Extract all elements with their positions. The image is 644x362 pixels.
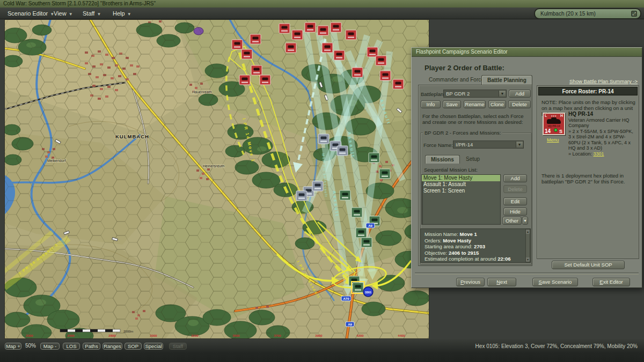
- scroll-down-icon[interactable]: ▼: [526, 257, 530, 262]
- mission-list-item[interactable]: Assault 1: Assault: [422, 181, 500, 188]
- battleplan-label: Battleplan:: [421, 91, 445, 97]
- svg-text:Melkendorf: Melkendorf: [47, 159, 66, 162]
- battleplan-info-button[interactable]: Info: [421, 100, 441, 108]
- force-roster-title: Force Roster: PR-14: [538, 87, 638, 95]
- tab-battle-planning[interactable]: Battle Planning: [481, 75, 532, 85]
- chevron-down-icon[interactable]: ▼: [516, 142, 523, 147]
- mission-edit-button[interactable]: Edit: [503, 197, 527, 205]
- mission-info-row: Mission Name: Move 1: [425, 231, 523, 238]
- chevron-down-icon: ▼: [69, 12, 73, 17]
- svg-text:2000m: 2000m: [123, 330, 133, 333]
- tank-silhouette-icon: [547, 119, 561, 124]
- mission-list-item[interactable]: Move 1: Move Hasty: [422, 175, 500, 181]
- mission-list-item[interactable]: Screen 1: Screen: [422, 188, 500, 194]
- svg-text:A9: A9: [368, 224, 372, 227]
- mission-list-label: Sequential Mission List:: [424, 167, 478, 173]
- battleplan-delete-button[interactable]: Delete: [508, 100, 531, 108]
- mission-info-scrollbar[interactable]: ▲ ▼: [525, 229, 530, 262]
- expand-icon[interactable]: ⤢: [631, 11, 637, 17]
- svg-text:Hauenreath: Hauenreath: [192, 90, 212, 94]
- unit-location-link[interactable]: 3301: [594, 151, 604, 157]
- map-zoom-in-button[interactable]: Map +: [5, 343, 21, 350]
- svg-text:3900: 3900: [315, 334, 323, 337]
- counter-corner-bl: 14: [545, 128, 551, 134]
- svg-text:A70: A70: [343, 297, 349, 300]
- zoom-level-label: 50%: [25, 343, 36, 349]
- battleplan-rename-button[interactable]: Rename: [464, 100, 486, 108]
- bottom-toolbar: Map + 50% Map - LOS Paths Ranges SOP Spe…: [0, 339, 644, 362]
- mission-hide-button[interactable]: Hide: [503, 208, 527, 216]
- unit-name: HQ PR-14: [568, 112, 637, 117]
- battleplan-save-button[interactable]: Save: [443, 100, 461, 108]
- menu-scenario-editor[interactable]: Scenario Editor▼: [4, 8, 57, 19]
- deployment-note: There is 1 deployment hex plotted in bat…: [541, 173, 636, 184]
- set-default-unit-sop-button[interactable]: Set Default Unit SOP: [552, 261, 625, 269]
- mission-info-row: Objective: 2406 to 2915: [425, 250, 523, 256]
- unit-location-line: » Location: 3301: [568, 151, 637, 157]
- svg-text:2300: 2300: [26, 334, 33, 337]
- mission-info-row: Orders: Move Hasty: [425, 238, 523, 244]
- workspace-background: Assault Assault Assault MSR PR 14 Assaul…: [0, 19, 644, 339]
- map-zoom-out-button[interactable]: Map -: [40, 343, 60, 350]
- mission-other-button[interactable]: Other: [502, 217, 522, 225]
- menu-view[interactable]: View▼: [50, 8, 76, 19]
- los-button[interactable]: LOS: [63, 343, 80, 350]
- map-name-label: Kulmbach (20 x 15 km): [540, 11, 596, 17]
- svg-text:KULMBACH: KULMBACH: [115, 134, 149, 139]
- previous-button[interactable]: Previous: [456, 278, 485, 286]
- tab-missions[interactable]: Missions: [425, 155, 460, 164]
- mission-info-row: Estimated completion at around 22:06: [425, 256, 523, 262]
- mission-info-row: Starting area around: 2703: [425, 243, 523, 250]
- svg-text:4200: 4200: [356, 334, 364, 337]
- svg-text:3301: 3301: [365, 291, 371, 294]
- force-name-select[interactable]: I/PR-14 ▼: [453, 141, 524, 149]
- exit-editor-button[interactable]: Exit Editor: [592, 278, 630, 286]
- objective-hex-marker[interactable]: 3301: [363, 287, 373, 297]
- sop-button[interactable]: SOP: [125, 343, 142, 350]
- mission-info-box: Mission Name: Move 1 Orders: Move Hasty …: [420, 228, 531, 263]
- mission-listbox[interactable]: Move 1: Move Hasty Assault 1: Assault Sc…: [421, 174, 501, 225]
- scenario-editor-dialog: Flashpoint Campaigns Scenario Editor Pla…: [411, 47, 642, 288]
- scroll-up-icon[interactable]: ▲: [526, 230, 530, 234]
- battleplan-clone-button[interactable]: Clone: [488, 100, 506, 108]
- staff-button: Staff: [169, 343, 187, 350]
- window-title: Cold War: Southern Storm [2.1.0.5722o] "…: [0, 0, 644, 8]
- map-name-selector[interactable]: Kulmbach (20 x 15 km) ⤢: [534, 8, 641, 19]
- battleplan-select[interactable]: BP GDR 2 ▼: [443, 90, 507, 98]
- special-button[interactable]: Special: [144, 343, 163, 350]
- dialog-title-bar[interactable]: Flashpoint Campaigns Scenario Editor: [412, 48, 642, 57]
- svg-text:3200: 3200: [191, 334, 199, 337]
- svg-text:A9: A9: [348, 323, 352, 326]
- tab-setup[interactable]: Setup: [460, 155, 485, 163]
- chevron-down-icon[interactable]: ▼: [499, 91, 506, 97]
- chevron-down-icon: ▼: [97, 12, 101, 17]
- counter-corner-tl: L: [545, 114, 547, 117]
- menu-staff[interactable]: Staff▼: [79, 8, 104, 19]
- page-title: Player 2 Order of Battle:: [425, 64, 504, 72]
- unit-counter-icon[interactable]: L ▾▾▾ H HQ PR-14 14 S: [543, 113, 565, 135]
- mission-other-dropdown-arrow[interactable]: ▼: [522, 217, 528, 225]
- svg-text:2800: 2800: [108, 334, 116, 337]
- svg-text:2500: 2500: [67, 334, 75, 337]
- ranges-button[interactable]: Ranges: [103, 343, 122, 350]
- dialog-title: Flashpoint Campaigns Scenario Editor: [416, 49, 508, 55]
- mission-delete-button: Delete: [503, 185, 527, 193]
- unit-type: Veteran Armored Carrier HQ Company: [568, 117, 637, 129]
- battleplan-instructions: For the chosen Battleplan, select each F…: [422, 113, 529, 125]
- footer-separator: [415, 272, 639, 275]
- show-battle-plan-summary-link[interactable]: Show Battle Plan Summary ->: [569, 78, 638, 84]
- chevron-down-icon: ▼: [127, 12, 131, 17]
- menu-help[interactable]: Help▼: [109, 8, 135, 19]
- map-canvas[interactable]: Assault Assault Assault MSR PR 14 Assaul…: [4, 19, 429, 339]
- save-scenario-button[interactable]: Save Scenario: [532, 278, 578, 286]
- unit-menu-link[interactable]: Menu: [547, 137, 559, 143]
- battleplan-add-button[interactable]: Add: [509, 90, 531, 98]
- svg-text:Heinersreuth: Heinersreuth: [203, 164, 224, 168]
- svg-text:3000: 3000: [150, 334, 157, 337]
- hex-status-readout: Hex 0105: Elevation 3, Cover 72%, Concea…: [475, 343, 638, 349]
- next-button[interactable]: Next: [487, 278, 516, 286]
- unit-details: HQ PR-14 Veteran Armored Carrier HQ Comp…: [568, 112, 637, 157]
- paths-button[interactable]: Paths: [83, 343, 100, 350]
- mission-add-button[interactable]: Add: [503, 174, 527, 182]
- force-name-label: Force Name:: [423, 142, 453, 148]
